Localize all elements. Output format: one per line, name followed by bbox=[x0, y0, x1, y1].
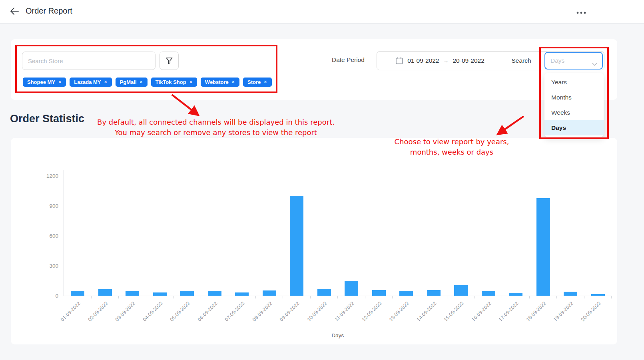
date-to-value: 20-09-2022 bbox=[453, 57, 484, 64]
x-axis-tick bbox=[118, 296, 119, 298]
tag-close-icon[interactable]: ✕ bbox=[263, 80, 267, 85]
date-period-label: Date Period bbox=[332, 56, 365, 64]
top-bar: Order Report bbox=[0, 0, 644, 24]
period-select-value: Days bbox=[550, 57, 564, 64]
chevron-down-icon bbox=[592, 60, 597, 68]
search-store-input[interactable] bbox=[22, 52, 156, 70]
bar-band bbox=[475, 176, 502, 296]
funnel-icon bbox=[165, 57, 173, 65]
order-statistic-chart: 01-09-202202-09-202203-09-202204-09-2022… bbox=[64, 176, 612, 296]
ellipsis-icon bbox=[576, 11, 586, 14]
chart-bar-12-09-2022 bbox=[372, 290, 386, 296]
period-cell: Days bbox=[539, 52, 604, 70]
order-report-page: Order Report Shopee MY✕Lazada MY✕PgMall✕… bbox=[0, 0, 644, 360]
chart-bar-15-09-2022 bbox=[454, 285, 468, 296]
tag-close-icon[interactable]: ✕ bbox=[189, 80, 193, 85]
store-tag-label: Store bbox=[247, 79, 261, 85]
tag-close-icon[interactable]: ✕ bbox=[58, 80, 62, 85]
date-range-arrow-icon: → bbox=[443, 58, 449, 64]
chart-bar-07-09-2022 bbox=[235, 292, 249, 296]
chart-bar-06-09-2022 bbox=[208, 291, 221, 296]
chart-bar-08-09-2022 bbox=[263, 290, 276, 296]
period-dropdown-panel: YearsMonthsWeeksDays bbox=[544, 73, 604, 137]
annotation-note-stores: By default, all connected channels will … bbox=[96, 117, 336, 138]
filter-button[interactable] bbox=[160, 52, 179, 70]
period-option-years[interactable]: Years bbox=[544, 75, 604, 90]
bar-band bbox=[173, 176, 201, 296]
chart-bar-16-09-2022 bbox=[482, 291, 495, 296]
chart-bar-18-09-2022 bbox=[536, 198, 550, 296]
y-tick-label: 1200 bbox=[38, 173, 58, 179]
store-tag[interactable]: Lazada MY✕ bbox=[70, 78, 112, 87]
period-option-weeks[interactable]: Weeks bbox=[544, 105, 604, 120]
bar-band bbox=[311, 176, 338, 296]
bar-band bbox=[502, 176, 530, 296]
period-option-days[interactable]: Days bbox=[544, 120, 604, 135]
x-axis-title: Days bbox=[64, 332, 612, 338]
store-tag-label: TikTok Shop bbox=[156, 79, 186, 85]
bar-band bbox=[256, 176, 283, 296]
x-axis-tick bbox=[529, 296, 530, 298]
back-button[interactable] bbox=[10, 7, 20, 16]
date-range-field[interactable]: 01-09-2022 → 20-09-2022 bbox=[377, 52, 503, 70]
x-axis-tick bbox=[283, 296, 283, 298]
more-options-button[interactable] bbox=[573, 7, 589, 17]
chart-bar-17-09-2022 bbox=[509, 293, 522, 296]
chart-bar-03-09-2022 bbox=[126, 291, 139, 296]
store-tag[interactable]: TikTok Shop✕ bbox=[151, 78, 197, 87]
annotation-arrow-period bbox=[498, 116, 524, 134]
date-from-value: 01-09-2022 bbox=[407, 57, 439, 64]
y-tick-label: 900 bbox=[38, 203, 58, 209]
bar-band bbox=[228, 176, 256, 296]
back-arrow-icon bbox=[10, 7, 19, 16]
bar-band bbox=[393, 176, 420, 296]
store-tag-label: Shopee MY bbox=[27, 79, 55, 85]
period-option-months[interactable]: Months bbox=[544, 90, 604, 105]
annotation-note-period: Choose to view report by years, months, … bbox=[392, 137, 512, 157]
bar-band bbox=[447, 176, 475, 296]
page-title: Order Report bbox=[26, 6, 72, 16]
y-tick-label: 300 bbox=[38, 263, 58, 269]
store-tag-label: Lazada MY bbox=[74, 79, 101, 85]
tag-close-icon[interactable]: ✕ bbox=[140, 80, 143, 85]
y-tick-label: 0 bbox=[38, 293, 58, 299]
store-tag-label: PgMall bbox=[120, 79, 137, 85]
search-button[interactable]: Search bbox=[503, 52, 539, 70]
x-axis-tick bbox=[310, 296, 311, 298]
chart-bar-19-09-2022 bbox=[564, 292, 577, 296]
date-search-period-group: 01-09-2022 → 20-09-2022 Search Days bbox=[377, 51, 604, 70]
bar-band bbox=[146, 176, 174, 296]
x-axis-tick bbox=[337, 296, 338, 298]
x-axis-tick bbox=[365, 296, 365, 298]
tag-close-icon[interactable]: ✕ bbox=[104, 80, 107, 85]
chart-bar-09-09-2022 bbox=[290, 196, 303, 296]
bar-band bbox=[283, 176, 311, 296]
store-tag[interactable]: Store✕ bbox=[243, 78, 271, 87]
store-tag-label: Webstore bbox=[205, 79, 229, 85]
bar-band bbox=[530, 176, 557, 296]
store-tag[interactable]: PgMall✕ bbox=[116, 78, 148, 87]
x-axis-tick bbox=[502, 296, 502, 298]
chart-bar-11-09-2022 bbox=[345, 281, 358, 296]
section-title: Order Statistic bbox=[10, 113, 84, 125]
bar-band bbox=[557, 176, 584, 296]
store-tag[interactable]: Webstore✕ bbox=[201, 78, 239, 87]
chart-card: 01-09-202202-09-202203-09-202204-09-2022… bbox=[11, 138, 617, 344]
x-axis-tick bbox=[146, 296, 146, 298]
x-axis-tick bbox=[556, 296, 557, 298]
bar-band bbox=[365, 176, 393, 296]
period-select[interactable]: Days bbox=[544, 52, 603, 70]
x-axis-tick bbox=[611, 296, 612, 298]
chart-bar-13-09-2022 bbox=[399, 291, 413, 296]
x-axis-tick bbox=[255, 296, 256, 298]
tag-close-icon[interactable]: ✕ bbox=[231, 80, 235, 85]
x-axis-tick bbox=[420, 296, 420, 298]
x-axis-tick bbox=[228, 296, 228, 298]
chart-bar-10-09-2022 bbox=[317, 289, 331, 296]
bar-band bbox=[119, 176, 146, 296]
chart-bar-04-09-2022 bbox=[153, 292, 167, 296]
bar-band bbox=[92, 176, 119, 296]
bar-band bbox=[584, 176, 612, 296]
y-tick-label: 600 bbox=[38, 233, 58, 239]
store-tag[interactable]: Shopee MY✕ bbox=[23, 78, 66, 87]
